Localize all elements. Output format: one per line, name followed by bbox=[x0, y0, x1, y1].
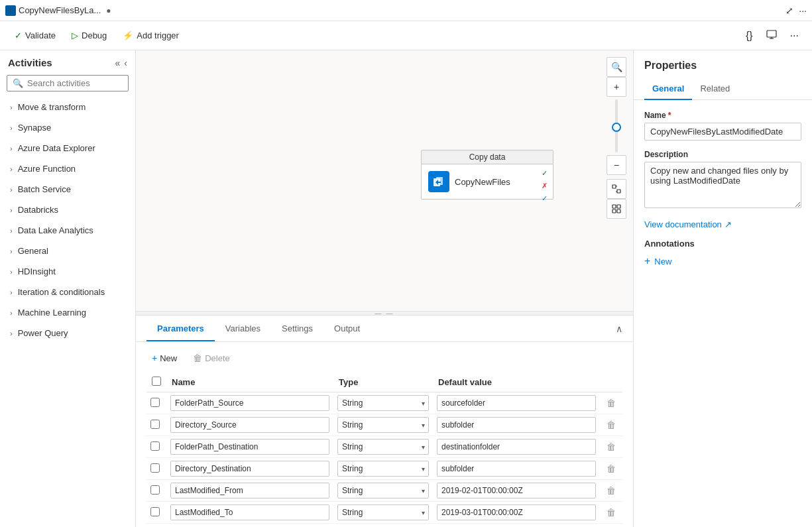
sidebar-item-10[interactable]: ›Machine Learning bbox=[0, 302, 135, 323]
debug-btn[interactable]: ▷ Debug bbox=[65, 27, 113, 44]
monitor-btn[interactable] bbox=[761, 25, 782, 46]
nav-item-label: Batch Service bbox=[18, 184, 71, 194]
row-name-input-0[interactable] bbox=[170, 395, 329, 411]
sidebar-item-8[interactable]: ›HDInsight bbox=[0, 261, 135, 282]
search-input[interactable] bbox=[27, 78, 123, 88]
activity-node[interactable]: Copy data CopyNewFiles ✓ ✗ ✓ bbox=[421, 150, 553, 200]
default-value-column-header: Default value bbox=[433, 373, 600, 392]
zoom-thumb[interactable] bbox=[612, 123, 621, 132]
more-options-btn[interactable]: ··· bbox=[799, 5, 807, 16]
row-name-input-2[interactable] bbox=[170, 439, 329, 455]
bottom-panel-close-btn[interactable]: ∧ bbox=[616, 323, 622, 334]
sidebar-item-6[interactable]: ›Data Lake Analytics bbox=[0, 220, 135, 241]
row-type-cell: StringIntFloatBoolArrayObjectSecureStrin… bbox=[333, 436, 433, 458]
tab-related[interactable]: Related bbox=[692, 78, 738, 100]
view-docs-link[interactable]: View documentation ↗ bbox=[644, 219, 801, 229]
sidebar-collapse-btn[interactable]: ‹ bbox=[124, 58, 127, 68]
row-default-cell bbox=[433, 502, 600, 524]
sidebar-item-7[interactable]: ›General bbox=[0, 241, 135, 261]
delete-param-btn[interactable]: 🗑 Delete bbox=[188, 350, 235, 366]
zoom-out-btn[interactable]: − bbox=[607, 155, 626, 175]
sidebar-item-1[interactable]: ›Synapse bbox=[0, 117, 135, 138]
row-default-input-0[interactable] bbox=[437, 395, 596, 411]
add-annotation-btn[interactable]: + New bbox=[644, 255, 671, 267]
row-name-input-5[interactable] bbox=[170, 504, 329, 520]
activity-body: CopyNewFiles ✓ ✗ ✓ bbox=[421, 164, 553, 200]
name-input[interactable] bbox=[644, 123, 801, 141]
zoom-slider-track bbox=[615, 99, 618, 152]
row-name-input-1[interactable] bbox=[170, 417, 329, 433]
more-toolbar-btn[interactable]: ··· bbox=[785, 25, 804, 46]
add-trigger-btn[interactable]: ⚡ Add trigger bbox=[116, 27, 186, 44]
activity-icon bbox=[428, 171, 449, 192]
canvas[interactable]: 🔍 Copy data CopyNewFiles ✓ ✗ bbox=[136, 50, 633, 311]
row-checkbox-2[interactable] bbox=[150, 441, 160, 451]
row-type-cell: StringIntFloatBoolArrayObjectSecureStrin… bbox=[333, 502, 433, 524]
chevron-icon: › bbox=[10, 329, 13, 337]
activity-fail-btn[interactable]: ✗ bbox=[538, 180, 550, 192]
center-area: 🔍 Copy data CopyNewFiles ✓ ✗ bbox=[136, 50, 633, 527]
properties-body: Name * Description Copy new and changed … bbox=[634, 100, 812, 527]
row-delete-btn-2[interactable]: 🗑 bbox=[604, 440, 618, 453]
row-delete-cell: 🗑 bbox=[600, 480, 622, 502]
row-type-select-0[interactable]: StringIntFloatBoolArrayObjectSecureStrin… bbox=[337, 395, 429, 411]
row-delete-btn-0[interactable]: 🗑 bbox=[604, 396, 618, 410]
row-default-input-4[interactable] bbox=[437, 483, 596, 498]
top-bar-right: ⤢ ··· bbox=[785, 5, 807, 16]
zoom-in-btn[interactable]: + bbox=[607, 77, 626, 97]
bottom-tab-parameters[interactable]: Parameters bbox=[146, 317, 215, 341]
bottom-tab-variables[interactable]: Variables bbox=[215, 317, 271, 341]
tab-close-btn[interactable]: ● bbox=[106, 6, 111, 15]
sidebar-item-3[interactable]: ›Azure Function bbox=[0, 158, 135, 179]
sidebar-item-5[interactable]: ›Databricks bbox=[0, 200, 135, 220]
row-checkbox-3[interactable] bbox=[150, 463, 160, 473]
nav-item-label: Iteration & conditionals bbox=[18, 287, 105, 297]
canvas-search-btn[interactable]: 🔍 bbox=[607, 57, 626, 77]
tab-general[interactable]: General bbox=[644, 78, 692, 100]
sidebar-item-4[interactable]: ›Batch Service bbox=[0, 179, 135, 200]
sidebar-item-9[interactable]: ›Iteration & conditionals bbox=[0, 282, 135, 302]
row-default-input-5[interactable] bbox=[437, 504, 596, 520]
sidebar-item-11[interactable]: ›Power Query bbox=[0, 323, 135, 343]
select-all-checkbox[interactable] bbox=[152, 377, 161, 386]
row-delete-btn-1[interactable]: 🗑 bbox=[604, 418, 618, 432]
row-default-input-1[interactable] bbox=[437, 417, 596, 433]
description-textarea[interactable]: Copy new and changed files only by using… bbox=[644, 162, 801, 208]
row-delete-btn-4[interactable]: 🗑 bbox=[604, 484, 618, 497]
row-checkbox-4[interactable] bbox=[150, 485, 160, 495]
restore-btn[interactable]: ⤢ bbox=[785, 5, 793, 16]
row-delete-btn-5[interactable]: 🗑 bbox=[604, 506, 618, 519]
row-type-select-4[interactable]: StringIntFloatBoolArrayObjectSecureStrin… bbox=[337, 483, 429, 498]
nav-item-label: Move & transform bbox=[18, 102, 86, 112]
row-checkbox-1[interactable] bbox=[150, 420, 160, 429]
chevron-icon: › bbox=[10, 186, 13, 194]
row-type-select-3[interactable]: StringIntFloatBoolArrayObjectSecureStrin… bbox=[337, 461, 429, 477]
row-default-input-3[interactable] bbox=[437, 461, 596, 477]
row-type-select-5[interactable]: StringIntFloatBoolArrayObjectSecureStrin… bbox=[337, 504, 429, 520]
svg-rect-0 bbox=[767, 30, 776, 37]
row-delete-btn-3[interactable]: 🗑 bbox=[604, 462, 618, 475]
fit-screen-btn[interactable] bbox=[607, 179, 626, 199]
new-param-btn[interactable]: + New bbox=[146, 350, 182, 366]
params-toolbar: + New 🗑 Delete bbox=[146, 350, 622, 366]
bottom-tab-output[interactable]: Output bbox=[323, 317, 371, 341]
activity-complete-btn[interactable]: ✓ bbox=[538, 192, 550, 204]
bottom-tab-settings[interactable]: Settings bbox=[271, 317, 323, 341]
code-btn[interactable]: {} bbox=[740, 25, 758, 46]
row-name-input-4[interactable] bbox=[170, 483, 329, 498]
row-type-select-2[interactable]: StringIntFloatBoolArrayObjectSecureStrin… bbox=[337, 439, 429, 455]
row-type-select-1[interactable]: StringIntFloatBoolArrayObjectSecureStrin… bbox=[337, 417, 429, 433]
sidebar-expand-btn[interactable]: « bbox=[115, 58, 121, 68]
activity-success-btn[interactable]: ✓ bbox=[538, 167, 550, 179]
row-name-input-3[interactable] bbox=[170, 461, 329, 477]
nav-item-label: Power Query bbox=[18, 328, 68, 338]
row-default-input-2[interactable] bbox=[437, 439, 596, 455]
row-type-wrapper-1: StringIntFloatBoolArrayObjectSecureStrin… bbox=[337, 417, 429, 433]
row-checkbox-5[interactable] bbox=[150, 507, 160, 516]
row-checkbox-0[interactable] bbox=[150, 398, 160, 407]
grid-btn[interactable] bbox=[607, 199, 626, 219]
sidebar-item-2[interactable]: ›Azure Data Explorer bbox=[0, 138, 135, 158]
validate-btn[interactable]: ✓ Validate bbox=[8, 27, 62, 44]
sidebar-item-0[interactable]: ›Move & transform bbox=[0, 97, 135, 117]
row-name-cell bbox=[166, 414, 333, 436]
